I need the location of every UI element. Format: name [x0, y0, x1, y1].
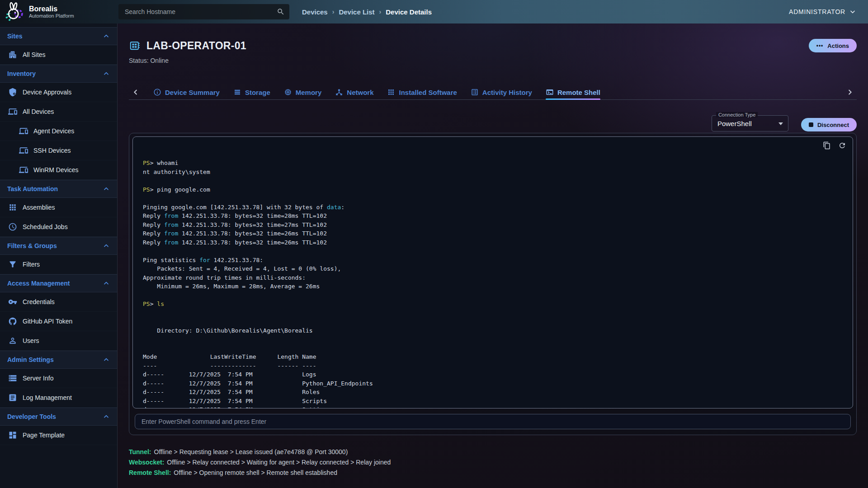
sidebar-item-label: All Devices [23, 108, 54, 115]
sidebar-item-server-info[interactable]: Server Info [0, 369, 117, 388]
terminal-text: from [164, 239, 178, 246]
sidebar-item-all-devices[interactable]: All Devices [0, 102, 117, 122]
terminal-line: Reply from 142.251.33.78: bytes=32 time=… [143, 238, 842, 247]
terminal-text: > ping google.com [150, 186, 210, 193]
status-row: Websocket:Offline > Relay connected > Wa… [129, 457, 857, 468]
server-icon [8, 374, 17, 383]
sidebar-item-assemblies[interactable]: Assemblies [0, 198, 117, 217]
search-icon [277, 8, 285, 16]
sidebar-item-agent-devices[interactable]: Agent Devices [0, 122, 117, 141]
chevron-down-icon [849, 8, 856, 15]
devices-icon [8, 107, 17, 116]
sidebar-item-label: Agent Devices [33, 127, 74, 135]
sidebar-item-label: Scheduled Jobs [23, 223, 68, 230]
sidebar-item-device-approvals[interactable]: Device Approvals [0, 83, 117, 102]
breadcrumb-item[interactable]: Devices [302, 8, 328, 16]
sidebar-section-title: Admin Settings [7, 356, 54, 363]
sidebar-item-winrm-devices[interactable]: WinRM Devices [0, 160, 117, 180]
brand-title: Borealis [29, 5, 74, 13]
terminal-text: Pinging google.com [142.251.33.78] with … [143, 204, 327, 211]
tab-installed-software[interactable]: Installed Software [387, 85, 457, 99]
chevron-up-icon [103, 70, 110, 77]
sidebar-item-label: Credentials [23, 298, 55, 305]
actions-button[interactable]: ••• Actions [809, 39, 857, 52]
terminal-line [143, 335, 842, 344]
sites-icon [8, 50, 17, 59]
terminal-line [143, 194, 842, 203]
tab-memory[interactable]: Memory [284, 85, 322, 99]
refresh-icon[interactable] [838, 141, 846, 150]
terminal-line [143, 176, 842, 185]
sidebar-section-inventory[interactable]: Inventory [0, 65, 117, 83]
sidebar-item-credentials[interactable]: Credentials [0, 292, 117, 312]
tab-scroll-right-icon[interactable] [846, 88, 854, 96]
top-bar: Borealis Automation Platform Devices›Dev… [0, 0, 868, 23]
sidebar-item-log-management[interactable]: Log Management [0, 388, 117, 408]
user-menu[interactable]: ADMINISTRATOR [789, 8, 868, 15]
history-icon [471, 88, 479, 96]
clock-icon [8, 222, 17, 231]
terminal-text: Reply [143, 239, 164, 246]
command-input[interactable] [135, 414, 851, 429]
sidebar-item-label: Page Template [23, 432, 65, 439]
devices-icon [19, 127, 28, 136]
apps-icon [387, 88, 395, 96]
tab-storage[interactable]: Storage [233, 85, 270, 99]
sidebar-section-developer-tools[interactable]: Developer Tools [0, 408, 117, 426]
sidebar-item-filters[interactable]: Filters [0, 255, 117, 274]
sidebar: SitesAll SitesInventoryDevice ApprovalsA… [0, 23, 118, 488]
connection-type-value: PowerShell [717, 120, 752, 127]
sidebar-item-users[interactable]: Users [0, 331, 117, 351]
sidebar-item-label: WinRM Devices [33, 166, 79, 174]
terminal-text: ---- ------------- ------ ---- [143, 362, 316, 369]
tab-label: Network [347, 89, 373, 96]
grid-icon [8, 203, 17, 212]
sidebar-section-title: Sites [7, 33, 22, 40]
terminal-line: d----- 12/7/2025 7:54 PM Settings [143, 405, 842, 408]
search-input[interactable] [118, 4, 289, 19]
chevron-up-icon [103, 356, 110, 363]
terminal-line: Reply from 142.251.33.78: bytes=32 time=… [143, 221, 842, 230]
sidebar-section-sites[interactable]: Sites [0, 27, 117, 45]
connection-type-select[interactable]: Connection Type PowerShell [712, 115, 788, 131]
sidebar-item-label: Filters [23, 261, 40, 268]
sidebar-item-label: Server Info [23, 375, 53, 382]
terminal-line: nt authority\system [143, 168, 842, 177]
connection-status-log: Tunnel:Offline > Requesting lease > Leas… [129, 447, 857, 478]
device-status: Status: Online [129, 57, 857, 64]
terminal-viewport[interactable]: PS> whoamint authority\systemPS> ping go… [132, 136, 853, 408]
user-menu-label: ADMINISTRATOR [789, 8, 845, 15]
sidebar-section-admin-settings[interactable]: Admin Settings [0, 351, 117, 369]
sidebar-section-task-automation[interactable]: Task Automation [0, 180, 117, 198]
terminal-text: data [327, 204, 341, 211]
tab-activity-history[interactable]: Activity History [471, 85, 532, 99]
terminal-line: Directory: D:\Github\Borealis\Agent\Bore… [143, 326, 842, 335]
disconnect-button[interactable]: Disconnect [801, 118, 857, 131]
status-row: Remote Shell:Offline > Opening remote sh… [129, 468, 857, 478]
tab-device-summary[interactable]: Device Summary [153, 85, 220, 99]
sidebar-item-label: Assemblies [23, 204, 55, 211]
sidebar-section-access-management[interactable]: Access Management [0, 274, 117, 292]
sidebar-item-ssh-devices[interactable]: SSH Devices [0, 141, 117, 160]
sidebar-item-all-sites[interactable]: All Sites [0, 45, 117, 65]
sidebar-item-page-template[interactable]: Page Template [0, 426, 117, 445]
sidebar-item-scheduled-jobs[interactable]: Scheduled Jobs [0, 217, 117, 237]
terminal-line: Packets: Sent = 4, Received = 4, Lost = … [143, 264, 842, 273]
tab-remote-shell[interactable]: Remote Shell [546, 85, 600, 99]
sidebar-item-label: Users [23, 337, 39, 344]
sidebar-section-title: Filters & Groups [7, 242, 57, 249]
tab-network[interactable]: Network [335, 85, 373, 99]
sidebar-item-github-api-token[interactable]: GitHub API Token [0, 312, 117, 331]
terminal-text: d----- 12/7/2025 7:54 PM Scripts [143, 398, 327, 404]
terminal-text: 142.251.33.78: bytes=32 time=27ms TTL=10… [178, 221, 327, 228]
copy-icon[interactable] [823, 141, 831, 150]
tab-scroll-left-icon[interactable] [132, 88, 140, 96]
sidebar-section-filters-groups[interactable]: Filters & Groups [0, 237, 117, 255]
devices-icon [19, 146, 28, 155]
breadcrumb-separator: › [379, 8, 382, 15]
memory-icon [284, 88, 292, 96]
brand[interactable]: Borealis Automation Platform [0, 2, 118, 22]
log-icon [8, 393, 17, 402]
breadcrumb-item[interactable]: Device List [339, 8, 374, 16]
info-icon [153, 88, 161, 96]
